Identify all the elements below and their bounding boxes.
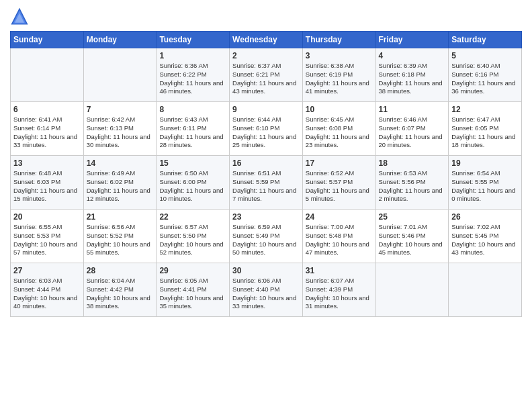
day-content: Sunrise: 6:42 AMSunset: 6:13 PMDaylight:…: [87, 116, 154, 150]
calendar-cell: 30Sunrise: 6:06 AMSunset: 4:40 PMDayligh…: [230, 263, 303, 317]
calendar-cell: 12Sunrise: 6:47 AMSunset: 6:05 PMDayligh…: [449, 102, 522, 156]
calendar-cell: 2Sunrise: 6:37 AMSunset: 6:21 PMDaylight…: [230, 48, 303, 102]
calendar-cell: 9Sunrise: 6:44 AMSunset: 6:10 PMDaylight…: [230, 102, 303, 156]
day-content: Sunrise: 6:55 AMSunset: 5:53 PMDaylight:…: [13, 223, 81, 257]
day-content: Sunrise: 6:04 AMSunset: 4:42 PMDaylight:…: [87, 277, 154, 311]
day-number: 26: [451, 212, 519, 222]
calendar-cell: [83, 48, 157, 102]
day-content: Sunrise: 7:00 AMSunset: 5:48 PMDaylight:…: [306, 223, 373, 257]
day-number: 13: [13, 158, 81, 168]
calendar-cell: 24Sunrise: 7:00 AMSunset: 5:48 PMDayligh…: [302, 210, 375, 263]
calendar-cell: [449, 263, 522, 317]
day-number: 30: [232, 266, 300, 275]
calendar-cell: 23Sunrise: 6:59 AMSunset: 5:49 PMDayligh…: [230, 210, 303, 263]
calendar-cell: 13Sunrise: 6:48 AMSunset: 6:03 PMDayligh…: [11, 156, 84, 210]
calendar-cell: 4Sunrise: 6:39 AMSunset: 6:18 PMDaylight…: [375, 48, 449, 102]
header-row: SundayMondayTuesdayWednesdayThursdayFrid…: [11, 32, 522, 48]
day-content: Sunrise: 6:59 AMSunset: 5:49 PMDaylight:…: [232, 223, 300, 257]
calendar-cell: 5Sunrise: 6:40 AMSunset: 6:16 PMDaylight…: [449, 48, 522, 102]
day-header-tuesday: Tuesday: [157, 32, 230, 48]
day-content: Sunrise: 6:54 AMSunset: 5:55 PMDaylight:…: [451, 169, 519, 203]
day-content: Sunrise: 6:56 AMSunset: 5:52 PMDaylight:…: [87, 223, 154, 257]
day-number: 9: [232, 105, 300, 114]
day-content: Sunrise: 6:06 AMSunset: 4:40 PMDaylight:…: [232, 277, 300, 311]
day-number: 7: [87, 105, 154, 114]
day-content: Sunrise: 6:52 AMSunset: 5:57 PMDaylight:…: [306, 169, 373, 203]
day-content: Sunrise: 6:07 AMSunset: 4:39 PMDaylight:…: [306, 277, 373, 311]
week-row-5: 27Sunrise: 6:03 AMSunset: 4:44 PMDayligh…: [11, 263, 522, 317]
calendar-cell: [11, 48, 84, 102]
day-content: Sunrise: 6:51 AMSunset: 5:59 PMDaylight:…: [232, 169, 300, 203]
day-content: Sunrise: 6:38 AMSunset: 6:19 PMDaylight:…: [306, 62, 373, 96]
day-number: 3: [306, 51, 373, 60]
calendar-cell: 27Sunrise: 6:03 AMSunset: 4:44 PMDayligh…: [11, 263, 84, 317]
day-number: 6: [13, 105, 81, 114]
day-number: 31: [306, 266, 373, 275]
day-number: 10: [306, 105, 373, 114]
day-number: 29: [159, 266, 226, 275]
day-number: 8: [159, 105, 226, 114]
day-number: 24: [306, 212, 373, 222]
week-row-1: 1Sunrise: 6:36 AMSunset: 6:22 PMDaylight…: [11, 48, 522, 102]
day-content: Sunrise: 6:39 AMSunset: 6:18 PMDaylight:…: [379, 62, 446, 96]
calendar-cell: [375, 263, 449, 317]
day-number: 21: [87, 212, 154, 222]
day-number: 5: [451, 51, 519, 60]
calendar-cell: 31Sunrise: 6:07 AMSunset: 4:39 PMDayligh…: [302, 263, 375, 317]
day-content: Sunrise: 6:53 AMSunset: 5:56 PMDaylight:…: [379, 169, 446, 203]
day-number: 11: [379, 105, 446, 114]
day-number: 27: [13, 266, 81, 275]
calendar-cell: 29Sunrise: 6:05 AMSunset: 4:41 PMDayligh…: [157, 263, 230, 317]
day-number: 17: [306, 158, 373, 168]
calendar-cell: 17Sunrise: 6:52 AMSunset: 5:57 PMDayligh…: [302, 156, 375, 210]
day-content: Sunrise: 6:03 AMSunset: 4:44 PMDaylight:…: [13, 277, 81, 311]
calendar-cell: 8Sunrise: 6:43 AMSunset: 6:11 PMDaylight…: [157, 102, 230, 156]
day-header-wednesday: Wednesday: [230, 32, 303, 48]
day-content: Sunrise: 7:01 AMSunset: 5:46 PMDaylight:…: [379, 223, 446, 257]
calendar-cell: 11Sunrise: 6:46 AMSunset: 6:07 PMDayligh…: [375, 102, 449, 156]
day-number: 18: [379, 158, 446, 168]
calendar-cell: 19Sunrise: 6:54 AMSunset: 5:55 PMDayligh…: [449, 156, 522, 210]
calendar-cell: 21Sunrise: 6:56 AMSunset: 5:52 PMDayligh…: [83, 210, 157, 263]
calendar-cell: 20Sunrise: 6:55 AMSunset: 5:53 PMDayligh…: [11, 210, 84, 263]
day-number: 19: [451, 158, 519, 168]
calendar-cell: 22Sunrise: 6:57 AMSunset: 5:50 PMDayligh…: [157, 210, 230, 263]
header: [10, 7, 522, 26]
week-row-4: 20Sunrise: 6:55 AMSunset: 5:53 PMDayligh…: [11, 210, 522, 263]
day-number: 28: [87, 266, 154, 275]
calendar-cell: 16Sunrise: 6:51 AMSunset: 5:59 PMDayligh…: [230, 156, 303, 210]
calendar-table: SundayMondayTuesdayWednesdayThursdayFrid…: [10, 31, 522, 317]
calendar-cell: 28Sunrise: 6:04 AMSunset: 4:42 PMDayligh…: [83, 263, 157, 317]
calendar-cell: 7Sunrise: 6:42 AMSunset: 6:13 PMDaylight…: [83, 102, 157, 156]
day-number: 22: [159, 212, 226, 222]
day-content: Sunrise: 6:46 AMSunset: 6:07 PMDaylight:…: [379, 116, 446, 150]
day-number: 14: [87, 158, 154, 168]
day-content: Sunrise: 6:44 AMSunset: 6:10 PMDaylight:…: [232, 116, 300, 150]
day-content: Sunrise: 6:50 AMSunset: 6:00 PMDaylight:…: [159, 169, 226, 203]
day-content: Sunrise: 6:41 AMSunset: 6:14 PMDaylight:…: [13, 116, 81, 150]
day-header-sunday: Sunday: [11, 32, 84, 48]
day-number: 23: [232, 212, 300, 222]
day-content: Sunrise: 6:40 AMSunset: 6:16 PMDaylight:…: [451, 62, 519, 96]
day-header-friday: Friday: [375, 32, 449, 48]
day-number: 16: [232, 158, 300, 168]
calendar-cell: 6Sunrise: 6:41 AMSunset: 6:14 PMDaylight…: [11, 102, 84, 156]
calendar-cell: 26Sunrise: 7:02 AMSunset: 5:45 PMDayligh…: [449, 210, 522, 263]
day-content: Sunrise: 6:36 AMSunset: 6:22 PMDaylight:…: [159, 62, 226, 96]
day-content: Sunrise: 6:57 AMSunset: 5:50 PMDaylight:…: [159, 223, 226, 257]
calendar-cell: 14Sunrise: 6:49 AMSunset: 6:02 PMDayligh…: [83, 156, 157, 210]
calendar-cell: 3Sunrise: 6:38 AMSunset: 6:19 PMDaylight…: [302, 48, 375, 102]
calendar-cell: 10Sunrise: 6:45 AMSunset: 6:08 PMDayligh…: [302, 102, 375, 156]
day-content: Sunrise: 6:47 AMSunset: 6:05 PMDaylight:…: [451, 116, 519, 150]
day-number: 2: [232, 51, 300, 60]
day-content: Sunrise: 6:37 AMSunset: 6:21 PMDaylight:…: [232, 62, 300, 96]
logo-icon: [10, 7, 29, 26]
day-number: 1: [159, 51, 226, 60]
day-number: 4: [379, 51, 446, 60]
day-header-thursday: Thursday: [302, 32, 375, 48]
day-number: 25: [379, 212, 446, 222]
calendar-cell: 18Sunrise: 6:53 AMSunset: 5:56 PMDayligh…: [375, 156, 449, 210]
day-content: Sunrise: 6:48 AMSunset: 6:03 PMDaylight:…: [13, 169, 81, 203]
day-content: Sunrise: 6:05 AMSunset: 4:41 PMDaylight:…: [159, 277, 226, 311]
day-content: Sunrise: 6:43 AMSunset: 6:11 PMDaylight:…: [159, 116, 226, 150]
